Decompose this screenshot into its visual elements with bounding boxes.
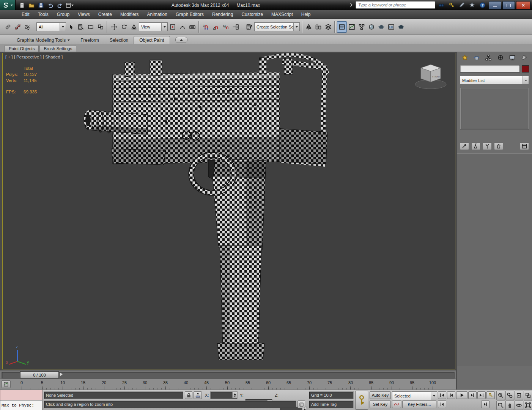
- maximize-viewport-toggle-icon[interactable]: [524, 401, 532, 410]
- auto-key-button[interactable]: Auto Key: [370, 391, 391, 399]
- help-icon[interactable]: ?: [478, 1, 486, 9]
- make-unique-icon[interactable]: [483, 142, 492, 150]
- edit-named-selection-sets-icon[interactable]: [244, 21, 254, 33]
- schematic-view-icon[interactable]: [357, 21, 367, 33]
- open-mini-curve-editor-icon[interactable]: [2, 380, 11, 388]
- menu-customize[interactable]: Customize: [237, 10, 267, 19]
- ribbon-minimize-button[interactable]: [175, 37, 187, 43]
- remove-modifier-icon[interactable]: [494, 142, 503, 150]
- absolute-offset-mode-icon[interactable]: [194, 391, 202, 399]
- menu-rendering[interactable]: Rendering: [208, 10, 237, 19]
- viewport-label[interactable]: [ + ] [ Perspective ] [ Shaded ]: [5, 55, 63, 59]
- track-bar[interactable]: 0 5 10 15 20 25 30 35 40 45 50 55 60 65 …: [0, 378, 456, 390]
- new-scene-button[interactable]: [18, 2, 26, 9]
- menu-maxscript[interactable]: MAXScript: [267, 10, 297, 19]
- material-editor-icon[interactable]: [367, 21, 376, 33]
- menu-views[interactable]: Views: [74, 10, 94, 19]
- modifier-list-dropdown[interactable]: Modifier List: [460, 76, 529, 85]
- pan-hand-icon[interactable]: [505, 401, 514, 410]
- select-and-link-icon[interactable]: [3, 21, 13, 33]
- menu-group[interactable]: Group: [53, 10, 74, 19]
- named-selection-sets-dropdown[interactable]: Create Selection Se: [254, 22, 300, 31]
- angle-snap-toggle-icon[interactable]: [211, 21, 221, 33]
- dropdown-button[interactable]: [161, 23, 167, 31]
- undo-button[interactable]: [46, 2, 55, 9]
- x-spinner[interactable]: [232, 392, 237, 398]
- layer-manager-icon[interactable]: [323, 21, 333, 33]
- selection-lock-icon[interactable]: [185, 391, 192, 399]
- object-color-swatch[interactable]: [522, 65, 529, 73]
- key-filters-button[interactable]: Key Filters...: [402, 401, 436, 408]
- perspective-viewport[interactable]: [ + ] [ Perspective ] [ Shaded ] Total P…: [2, 53, 455, 369]
- render-setup-icon[interactable]: [376, 21, 386, 33]
- utilities-tab-icon[interactable]: [519, 54, 529, 62]
- dropdown-button[interactable]: [431, 392, 437, 400]
- time-slider-handle[interactable]: 0 / 100: [20, 371, 59, 378]
- add-time-tag-field[interactable]: Add Time Tag: [309, 401, 354, 408]
- communication-pen-icon[interactable]: [458, 1, 466, 9]
- menu-edit[interactable]: Edit: [17, 10, 34, 19]
- mirror-icon[interactable]: [304, 21, 313, 33]
- pin-stack-icon[interactable]: [460, 142, 469, 150]
- workspace-dropdown-button[interactable]: [65, 2, 74, 9]
- keyboard-shortcut-override-icon[interactable]: [187, 21, 197, 33]
- maximize-button[interactable]: [502, 1, 515, 9]
- select-and-scale-icon[interactable]: [129, 21, 139, 33]
- play-animation-button[interactable]: [456, 391, 467, 399]
- motion-tab-icon[interactable]: [496, 54, 505, 62]
- previous-frame-button[interactable]: [447, 391, 455, 399]
- tab-freeform[interactable]: Freeform: [75, 36, 104, 44]
- application-menu-button[interactable]: [0, 0, 16, 10]
- use-pivot-point-center-icon[interactable]: [168, 21, 178, 33]
- next-key-button[interactable]: [481, 401, 490, 408]
- curve-editor-icon[interactable]: [347, 21, 357, 33]
- hierarchy-tab-icon[interactable]: [483, 54, 493, 62]
- search-input[interactable]: [356, 1, 435, 9]
- select-and-move-icon[interactable]: [109, 21, 119, 33]
- selection-filter-dropdown[interactable]: All: [36, 22, 66, 31]
- bind-to-space-warp-icon[interactable]: [23, 21, 33, 33]
- menu-modifiers[interactable]: Modifiers: [116, 10, 143, 19]
- redo-button[interactable]: [56, 2, 64, 9]
- zoom-extents-all-icon[interactable]: [524, 391, 532, 400]
- search-icon[interactable]: [437, 1, 445, 9]
- tab-graphite-modeling-tools[interactable]: Graphite Modeling Tools: [11, 36, 75, 44]
- align-icon[interactable]: [313, 21, 323, 33]
- spinner-snap-toggle-icon[interactable]: [231, 21, 241, 33]
- configure-modifier-sets-icon[interactable]: [520, 142, 529, 150]
- zoom-all-icon[interactable]: [505, 391, 514, 400]
- zoom-icon[interactable]: [496, 391, 505, 400]
- reference-coordinate-system-dropdown[interactable]: View: [139, 22, 168, 31]
- object-name-field[interactable]: [460, 65, 520, 73]
- set-key-button[interactable]: Set Key: [370, 401, 391, 408]
- view-cube[interactable]: FRONT: [412, 62, 449, 91]
- unlink-selection-icon[interactable]: [13, 21, 23, 33]
- key-mode-dropdown[interactable]: Selected: [392, 391, 437, 400]
- percent-snap-toggle-icon[interactable]: %: [221, 21, 231, 33]
- maxscript-mini-listener[interactable]: Max to Physc:: [0, 400, 42, 410]
- menu-animation[interactable]: Animation: [143, 10, 172, 19]
- dropdown-button[interactable]: [523, 76, 529, 84]
- subtab-brush-settings[interactable]: Brush Settings: [39, 45, 76, 52]
- set-keys-big-key-button[interactable]: [355, 391, 368, 410]
- zoom-extents-icon[interactable]: [515, 391, 523, 400]
- menu-graph-editors[interactable]: Graph Editors: [172, 10, 208, 19]
- rectangular-selection-region-icon[interactable]: [86, 21, 96, 33]
- go-to-end-button[interactable]: [477, 391, 486, 399]
- subtab-paint-objects[interactable]: Paint Objects: [5, 45, 39, 52]
- modify-tab-icon[interactable]: [472, 54, 482, 62]
- snaps-toggle-icon[interactable]: 3: [201, 21, 211, 33]
- select-object-icon[interactable]: [66, 21, 76, 33]
- dropdown-button[interactable]: [60, 23, 66, 31]
- display-tab-icon[interactable]: [507, 54, 517, 62]
- menu-create[interactable]: Create: [94, 10, 116, 19]
- orbit-icon[interactable]: [515, 401, 523, 410]
- menu-help[interactable]: Help: [297, 10, 315, 19]
- favorites-star-icon[interactable]: [468, 1, 476, 9]
- tab-selection[interactable]: Selection: [104, 36, 134, 44]
- time-slider-track[interactable]: [2, 372, 455, 378]
- select-by-name-icon[interactable]: [76, 21, 86, 33]
- subscription-key-icon[interactable]: [447, 1, 456, 9]
- infocenter-caret-icon[interactable]: [349, 3, 354, 7]
- graphite-ribbon-toggle-icon[interactable]: [337, 21, 347, 33]
